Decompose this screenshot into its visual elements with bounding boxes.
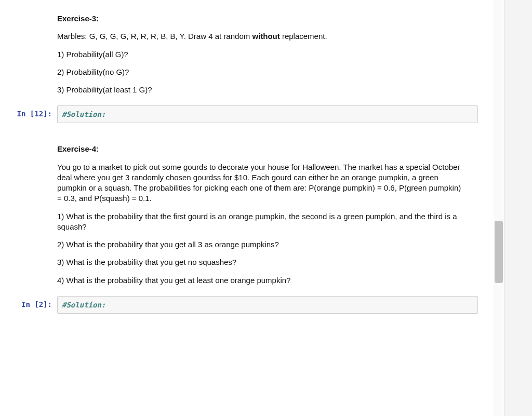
- code-comment: #Solution:: [62, 110, 105, 118]
- markdown-cell-exercise-3[interactable]: Exercise-3: Marbles: G, G, G, G, R, R, R…: [57, 0, 473, 103]
- exercise-4-q3: 3) What is the probability that you get …: [57, 257, 468, 267]
- exercise-3-q3: 3) Probability(at least 1 G)?: [57, 85, 468, 95]
- scrollbar-thumb[interactable]: [495, 221, 503, 283]
- input-prompt: In [12]:: [0, 105, 57, 118]
- exercise-3-q2: 2) Probability(no G)?: [57, 67, 468, 77]
- exercise-4-q2: 2) What is the probability that you get …: [57, 239, 468, 250]
- code-input-area[interactable]: #Solution:: [57, 296, 478, 314]
- exercise-4-q4: 4) What is the probability that you get …: [57, 275, 468, 286]
- exercise-3-title: Exercise-3:: [57, 14, 468, 24]
- exercise-3-q1: 1) Probability(all G)?: [57, 49, 468, 60]
- markdown-content: Exercise-3: Marbles: G, G, G, G, R, R, R…: [57, 1, 473, 102]
- exercise-4-title: Exercise-4:: [57, 144, 468, 154]
- scrollbar-track[interactable]: [494, 0, 504, 416]
- exercise-4-q1: 1) What is the probability that the firs…: [57, 211, 468, 233]
- outer-page-background: [504, 0, 532, 416]
- code-cell-12[interactable]: In [12]: #Solution:: [0, 105, 494, 123]
- code-comment: #Solution:: [62, 301, 105, 309]
- exercise-3-premise: Marbles: G, G, G, G, R, R, R, B, B, Y. D…: [57, 31, 468, 42]
- exercise-4-premise: You go to a market to pick out some gour…: [57, 162, 468, 204]
- code-input-area[interactable]: #Solution:: [57, 105, 478, 123]
- code-cell-2[interactable]: In [2]: #Solution:: [0, 296, 494, 314]
- notebook-viewport: Exercise-3: Marbles: G, G, G, G, R, R, R…: [0, 0, 494, 416]
- markdown-cell-exercise-4[interactable]: Exercise-4: You go to a market to pick o…: [57, 130, 473, 294]
- markdown-content: Exercise-4: You go to a market to pick o…: [57, 131, 473, 293]
- input-prompt: In [2]:: [0, 296, 57, 309]
